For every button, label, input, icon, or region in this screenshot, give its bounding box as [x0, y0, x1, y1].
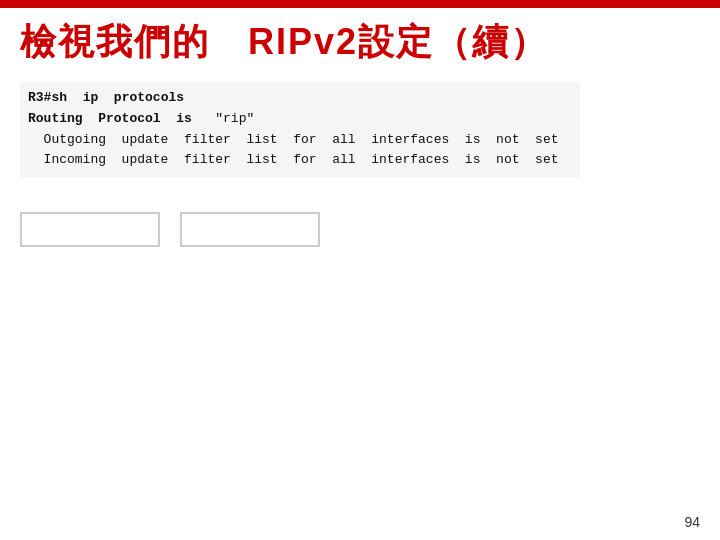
- placeholder-box-1: [20, 212, 160, 247]
- red-bar: [0, 0, 720, 8]
- page-number: 94: [684, 514, 700, 530]
- content-area: R3#sh ip protocols Routing Protocol is "…: [0, 77, 720, 182]
- placeholder-boxes-row: [20, 212, 720, 247]
- placeholder-box-2: [180, 212, 320, 247]
- terminal-line-1: R3#sh ip protocols: [28, 88, 572, 109]
- title-area: 檢視我們的 RIPv2設定（續）: [0, 8, 720, 77]
- terminal-line-2: Routing Protocol is "rip": [28, 109, 572, 130]
- terminal-line-4: Incoming update filter list for all inte…: [28, 150, 572, 171]
- page-title: 檢視我們的 RIPv2設定（續）: [20, 18, 548, 67]
- terminal-line-3: Outgoing update filter list for all inte…: [28, 130, 572, 151]
- terminal-block: R3#sh ip protocols Routing Protocol is "…: [20, 82, 580, 177]
